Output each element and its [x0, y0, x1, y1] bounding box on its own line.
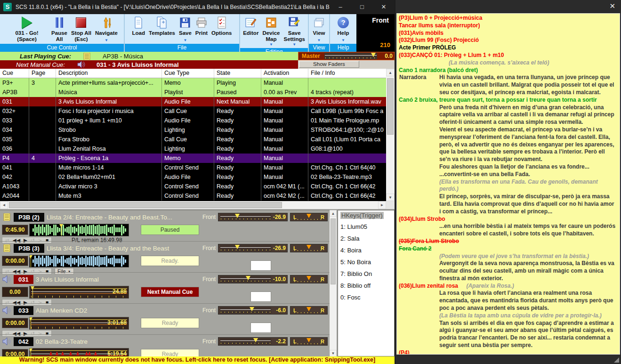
print-button[interactable]: Print [194, 15, 209, 43]
fader-thumb[interactable] [250, 307, 254, 311]
scrollbar-thumb[interactable] [387, 78, 394, 135]
table-row[interactable]: 034 Strobo Lighting Ready Manual STROBO6… [0, 125, 386, 135]
player-cue-id[interactable]: 033 [14, 306, 33, 315]
pan-thumb[interactable] [306, 214, 311, 218]
fader-track[interactable] [220, 276, 271, 283]
hotkey-item[interactable]: 2: Sala [340, 233, 392, 244]
fader-track[interactable] [220, 214, 271, 220]
player-cue-id[interactable]: 042 [14, 337, 33, 346]
player-waveform[interactable]: 5:19.54 [29, 348, 129, 357]
editor-button[interactable]: Editor [242, 15, 260, 47]
column-header[interactable]: Page [29, 69, 56, 78]
player-waveform[interactable] [29, 255, 129, 267]
fader-track[interactable] [220, 338, 271, 345]
hotkey-item[interactable]: 7: Biblio On [340, 268, 392, 280]
player-fader[interactable]: -2.2 [218, 337, 288, 346]
minimize-button[interactable]: – [330, 0, 351, 14]
player-pan[interactable]: L R [290, 244, 328, 252]
view-button[interactable]: View ▼ [312, 15, 327, 43]
pause-all-button[interactable]: PauseAll [50, 15, 69, 43]
hotkey-item[interactable]: 4: Boira [340, 244, 392, 256]
fader-thumb[interactable] [235, 245, 240, 249]
cue-table-horizontal-scrollbar[interactable]: ◄ ► [0, 201, 386, 209]
hotkey-item[interactable]: 8: Biblio off [340, 280, 392, 291]
hotkey-item[interactable]: 5: No Boira [340, 256, 392, 268]
table-row[interactable]: 036 Llum Zenital Rosa Lighting Ready Man… [0, 144, 386, 154]
column-header[interactable]: Cue [0, 69, 29, 78]
hotkey-box[interactable] [250, 323, 271, 333]
table-row[interactable]: 042 02 Bella+llum02+m01 Audio File Ready… [0, 172, 386, 182]
master-fader[interactable]: Master 0.0 [298, 52, 395, 60]
table-row[interactable]: A2044 Mute m3 Control Send Ready ocm 042… [0, 191, 386, 201]
pan-thumb[interactable] [306, 276, 311, 280]
pan-thumb[interactable] [306, 245, 311, 249]
players-vertical-scrollbar[interactable]: ▲ ▼ [330, 210, 337, 356]
playhead-marker[interactable] [32, 286, 33, 298]
help-button[interactable]: ? Help ▼ [336, 15, 351, 43]
column-header[interactable]: State [214, 69, 261, 78]
scroll-left-icon[interactable]: ◄ [0, 201, 8, 209]
playhead-marker[interactable] [31, 255, 31, 267]
playhead-marker[interactable] [31, 348, 31, 357]
stop-all-button[interactable]: Stop All(Esc) [70, 15, 93, 43]
table-row[interactable]: P3+ 3 Acte primer+llums sala+projecció+.… [0, 78, 386, 88]
go-button[interactable]: 031 - Go!(Space) [5, 15, 49, 43]
close-icon[interactable]: ✕ [609, 2, 615, 10]
player-fader[interactable]: -26.9 [218, 244, 288, 252]
show-faders-button[interactable]: Show Faders [299, 61, 359, 68]
save-settings-button[interactable]: SaveSettings ▼ [282, 15, 306, 47]
player-pan[interactable]: L R [290, 306, 328, 315]
player-pan[interactable]: L R [290, 213, 328, 221]
device-map-button[interactable]: DeviceMap ▼ [261, 15, 281, 47]
hotkey-box[interactable] [250, 291, 271, 302]
pan-thumb[interactable] [306, 307, 311, 311]
column-header[interactable]: Cue Type [162, 69, 214, 78]
player-waveform[interactable] [29, 224, 129, 236]
scroll-up-icon[interactable]: ▲ [386, 69, 395, 76]
column-header[interactable]: Activation [261, 69, 308, 78]
fader-track[interactable] [220, 307, 271, 314]
player-waveform[interactable]: 24.88 [29, 286, 129, 299]
fader-thumb[interactable] [235, 214, 240, 218]
player-fader[interactable]: -26.9 [218, 213, 288, 221]
master-fader-track[interactable] [324, 53, 377, 59]
fader-thumb[interactable] [246, 276, 250, 280]
table-row[interactable]: 032+ Fosc i fora projector i musica Call… [0, 106, 386, 116]
player-pan[interactable]: L R [290, 337, 328, 346]
cue-table-vertical-scrollbar[interactable]: ▲ ▼ [386, 69, 395, 201]
table-row[interactable]: P4 4 Pròleg - Escena 1a Memo Ready Manua… [0, 154, 386, 163]
templates-button[interactable]: Templates [147, 15, 177, 43]
resize-grip[interactable] [614, 357, 619, 363]
table-row[interactable]: 033 01 pròleg + llum 1 +m10 Audio File R… [0, 116, 386, 125]
scrollbar-thumb[interactable] [9, 202, 282, 208]
table-row[interactable]: 041 Mute micros 1-14 Control Send Ready … [0, 163, 386, 172]
player-cue-id[interactable]: P3B (2) [14, 213, 44, 222]
focus-warning-bar[interactable]: Warning! SCS main window currently does … [0, 356, 395, 364]
player-fader[interactable]: -6.0 [218, 306, 288, 315]
hotkey-box[interactable] [250, 260, 271, 271]
fader-thumb[interactable] [253, 338, 258, 342]
hotkey-item[interactable]: 1: Llum05 [340, 221, 392, 233]
fader-track[interactable] [220, 245, 271, 251]
options-button[interactable]: Options [210, 15, 233, 43]
column-header[interactable]: Description [56, 69, 162, 78]
maximize-button[interactable]: □ [351, 0, 373, 14]
scroll-right-icon[interactable]: ► [378, 201, 386, 209]
player-pan[interactable]: L R [290, 275, 328, 283]
load-button[interactable]: Load [130, 15, 146, 43]
hotkey-item[interactable]: 0: Fosc [340, 291, 392, 303]
save-button[interactable]: Save ▼ [177, 15, 193, 43]
scroll-up-icon[interactable]: ▲ [330, 210, 337, 217]
player-waveform[interactable]: 3:01.68 [29, 317, 129, 330]
playhead-marker[interactable] [61, 224, 62, 236]
player-cue-id[interactable]: 031 [14, 275, 33, 284]
navigate-button[interactable]: Navigate ▼ [94, 15, 119, 43]
scrollbar-thumb[interactable] [331, 218, 336, 284]
table-row[interactable]: A1043 Activar micro 3 Control Send Ready… [0, 182, 386, 191]
pan-thumb[interactable] [306, 338, 311, 342]
column-header[interactable]: File / Info [308, 69, 386, 78]
table-row[interactable]: 035 Fora Strobo Call Cue Ready Manual Ca… [0, 135, 386, 144]
player-cue-id[interactable]: P3B (3) [14, 244, 44, 253]
close-button[interactable]: ✕ [373, 0, 395, 14]
fader-thumb[interactable] [371, 53, 376, 57]
